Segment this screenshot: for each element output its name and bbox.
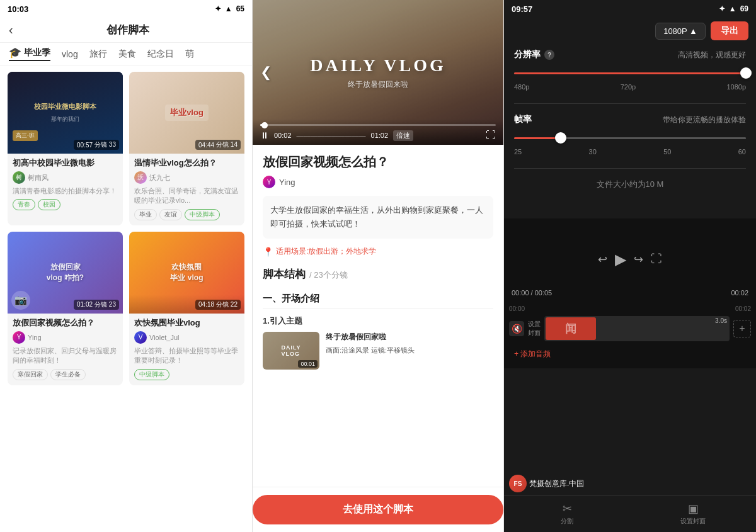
card-desc-3: 记录放假回家、回归父母与温暖房间的幸福时刻！ — [13, 346, 118, 366]
add-clip-button[interactable]: + — [733, 320, 751, 337]
tag-campus: 校园 — [38, 199, 60, 210]
status-time-1: 10:03 — [8, 4, 28, 14]
card-title-4: 欢快氛围毕业vlog — [134, 317, 239, 329]
tab-graduation[interactable]: 🎓 毕业季 — [9, 47, 50, 61]
watermark-row: FS 梵摄创意库.中国 — [504, 472, 756, 495]
tab-vlog[interactable]: vlog — [62, 49, 78, 59]
add-audio-label: + 添加音频 — [514, 349, 551, 359]
res-label-480: 480p — [514, 83, 529, 91]
progress-bar[interactable] — [260, 124, 496, 126]
detail-author: Y Ying — [263, 176, 493, 188]
preview-area: 00:00 / 00:05 ↩ ▶ ↪ ⛶ 00:02 — [504, 218, 756, 300]
card-author-3: Y Ying — [13, 331, 118, 344]
tab-split[interactable]: ✂ 分割 — [504, 499, 630, 528]
list-item[interactable]: 放假回家vlog 咋拍? 📷 01:02 分镜 23 放假回家视频怎么拍？ Y … — [8, 232, 123, 385]
list-item[interactable]: 毕业vlog 04:44 分镜 14 温情毕业vlog怎么拍？ 沃 沃九七 欢乐… — [129, 72, 244, 225]
script-section-title: 脚本结构 — [263, 267, 306, 281]
scene-thumbnail: DAILYVLOG 00:01 — [263, 332, 319, 370]
cards-grid: 校园毕业微电影脚本 那年的我们 高三·班 00:57 分镜 33 初高中校园毕业… — [0, 65, 252, 392]
video-track[interactable]: 闻 3.0s — [544, 316, 730, 341]
tab-cute[interactable]: 萌 — [185, 48, 194, 60]
export-button[interactable]: 导出 — [711, 21, 748, 40]
resolution-help[interactable]: ? — [544, 50, 554, 60]
pause-button[interactable]: ⏸ — [260, 130, 269, 140]
fps-label-60: 60 — [738, 148, 746, 156]
status-icons-1: ✦ ▲ 65 — [215, 4, 244, 13]
resolution-setting: 分辨率 ? 高清视频，观感更好 480p 720p 1080p — [514, 49, 746, 91]
card-body-3: 放假回家视频怎么拍？ Y Ying 记录放假回家、回归父母与温暖房间的幸福时刻！… — [8, 314, 123, 385]
video-back-button[interactable]: ❮ — [260, 64, 272, 81]
avatar-1: 树 — [13, 171, 25, 184]
tags-1: 青春 校园 — [13, 199, 118, 210]
scene-thumb-badge: 00:01 — [298, 360, 318, 368]
scene-desc: 终于放暑假回家啦 画面:沿途风景 运镜:平移镜头 — [326, 332, 415, 356]
play-button[interactable]: ▶ — [615, 251, 626, 268]
divider-2 — [514, 168, 746, 169]
list-item[interactable]: 欢快氛围毕业 vlog 04:18 分镜 22 欢快氛围毕业vlog V Vio… — [129, 232, 244, 385]
fps-desc: 带给你更流畅的播放体验 — [663, 115, 746, 125]
author-name-3: Ying — [28, 334, 42, 341]
card-desc-1: 满满青春电影感的拍摄脚本分享！ — [13, 186, 118, 196]
fps-slider[interactable] — [514, 130, 746, 145]
tab-travel[interactable]: 旅行 — [89, 48, 107, 60]
undo-button[interactable]: ↩ — [598, 252, 607, 266]
use-script-container: 去使用这个脚本 — [252, 487, 504, 532]
resolution-label-row: 分辨率 ? 高清视频，观感更好 — [514, 49, 746, 60]
tag-youth: 青春 — [13, 199, 35, 210]
card-author-4: V Violet_Jul — [134, 331, 239, 344]
script-count: / 23个分镜 — [309, 269, 348, 281]
avatar-3: Y — [13, 331, 25, 344]
settings-panel: 分辨率 ? 高清视频，观感更好 480p 720p 1080p — [504, 44, 756, 218]
add-audio-button[interactable]: + 添加音频 — [509, 346, 556, 362]
author-name-1: 树南风 — [28, 173, 49, 183]
scene-item: 1.引入主题 DAILYVLOG 00:01 终于放暑假回家啦 画面:沿途风景 … — [263, 315, 493, 370]
res-label-720: 720p — [621, 83, 636, 91]
status-time-3: 09:57 — [512, 4, 532, 14]
fullscreen-button[interactable]: ⛶ — [486, 130, 496, 141]
detail-desc: 大学生放假回家的幸福生活，从外出购物到家庭聚餐，一人即可拍摄，快来试试吧！ — [263, 196, 493, 239]
progress-dot[interactable] — [261, 122, 268, 128]
tab-memorial[interactable]: 纪念日 — [147, 48, 174, 60]
card-author-2: 沃 沃九七 — [134, 171, 239, 184]
card-desc-2: 欢乐合照、同学奇语，充满友谊温暖的毕业记录vlo... — [134, 186, 239, 206]
fps-label-row: 帧率 带给你更流畅的播放体验 — [514, 114, 746, 125]
use-script-button[interactable]: 去使用这个脚本 — [253, 495, 503, 524]
video-controls: ⏸ 00:02 —————————— 01:02 倍速 ⛶ — [253, 119, 503, 145]
back-button[interactable]: ‹ — [9, 23, 13, 37]
card-body-4: 欢快氛围毕业vlog V Violet_Jul 毕业答辩、拍摄毕业照等等毕业季重… — [129, 314, 244, 385]
divider-1 — [514, 103, 746, 104]
list-item[interactable]: 校园毕业微电影脚本 那年的我们 高三·班 00:57 分镜 33 初高中校园毕业… — [8, 72, 123, 225]
card-author-1: 树 树南风 — [13, 171, 118, 184]
video-player[interactable]: DAILY VLOG 终于放暑假回来啦 ❮ ⏸ 00:02 ——————————… — [253, 0, 503, 145]
card-thumb-1: 校园毕业微电影脚本 那年的我们 高三·班 00:57 分镜 33 — [8, 72, 123, 154]
fps-label-50: 50 — [663, 148, 671, 156]
tab-label-graduation: 毕业季 — [24, 47, 50, 59]
avatar-4: V — [134, 331, 147, 344]
card-badge-4: 04:18 分镜 22 — [195, 300, 241, 310]
fps-handle[interactable] — [555, 132, 566, 144]
timeline-timestamps: 00:00 00:02 — [504, 304, 756, 314]
fps-label-30: 30 — [589, 148, 597, 156]
top-bar-3: 1080P ▲ 导出 — [504, 18, 756, 44]
redo-button[interactable]: ↪ — [634, 252, 643, 266]
resolution-handle[interactable] — [740, 67, 752, 79]
tab-label-vlog: vlog — [62, 49, 78, 59]
resolution-label: 分辨率 ? — [514, 49, 554, 60]
resolution-slider[interactable] — [514, 65, 746, 81]
tab-cover[interactable]: ▣ 设置封面 — [630, 499, 756, 528]
scene-count-2: 分镜 14 — [216, 140, 238, 149]
tab-food[interactable]: 美食 — [118, 48, 136, 60]
fps-track — [514, 137, 746, 139]
duration-2: 04:44 — [198, 142, 214, 149]
author-name-4: Violet_Jul — [149, 334, 180, 341]
graduation-icon: 🎓 — [9, 47, 21, 59]
mute-icon[interactable]: 🔇 — [509, 321, 524, 336]
speed-button[interactable]: 倍速 — [393, 130, 413, 141]
split-icon: ✂ — [563, 502, 572, 516]
card-badge-2: 04:44 分镜 14 — [195, 140, 241, 150]
expand-button[interactable]: ⛶ — [651, 252, 662, 266]
file-size-row: 文件大小约为10 M — [514, 179, 746, 190]
tag-mid-script: 中级脚本 — [185, 209, 220, 220]
resolution-button[interactable]: 1080P ▲ — [655, 23, 706, 40]
cover-label: 设置封面 — [680, 517, 706, 526]
